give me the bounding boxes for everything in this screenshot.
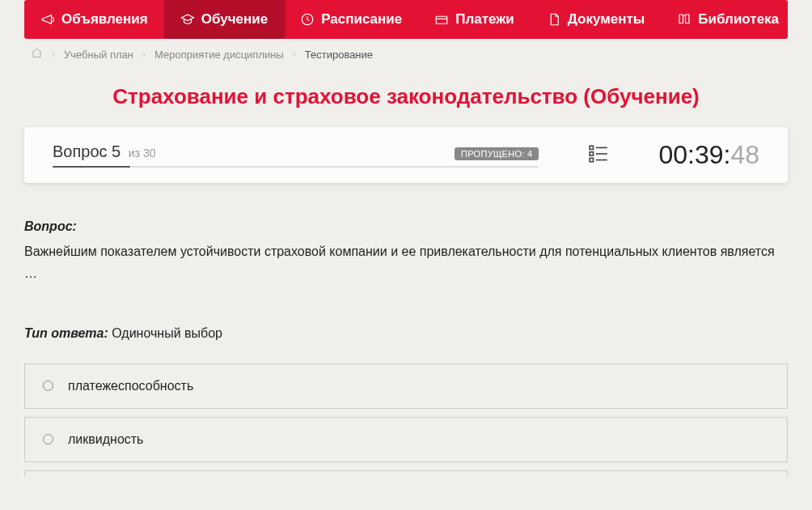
nav-label: Библиотека xyxy=(698,11,779,28)
breadcrumb-item-event[interactable]: Мероприятие дисциплины xyxy=(154,49,284,61)
options-list: платежеспособность ликвидность xyxy=(24,363,788,477)
question-label: Вопрос: xyxy=(24,219,77,233)
svg-rect-2 xyxy=(590,146,594,149)
radio-icon xyxy=(43,380,53,391)
question-progress: Вопрос 5 из 30 ПРОПУЩЕНО: 4 xyxy=(53,142,539,168)
progress-fill xyxy=(53,166,130,168)
chevron-right-icon xyxy=(290,49,298,61)
answer-type-row: Тип ответа: Одиночный выбор xyxy=(24,322,788,344)
payment-icon xyxy=(434,12,449,27)
svg-rect-1 xyxy=(436,16,447,23)
document-icon xyxy=(547,12,561,27)
radio-icon xyxy=(43,434,53,444)
option-text: платежеспособность xyxy=(68,379,193,393)
question-content: Вопрос: Важнейшим показателем устойчивос… xyxy=(24,215,788,477)
answer-type-label: Тип ответа: xyxy=(24,326,108,340)
nav-announcements[interactable]: Объявления xyxy=(24,0,164,39)
question-text: Важнейшим показателем устойчивости страх… xyxy=(24,240,788,284)
question-list-icon[interactable] xyxy=(587,143,610,168)
option-text: ликвидность xyxy=(68,432,143,447)
nav-label: Объявления xyxy=(61,11,148,28)
svg-rect-4 xyxy=(590,158,594,161)
education-icon xyxy=(180,12,195,27)
chevron-down-icon xyxy=(785,11,788,28)
timer: 00:39:48 xyxy=(658,140,759,170)
nav-documents[interactable]: Документы xyxy=(531,0,662,39)
timer-seconds: 48 xyxy=(730,140,759,169)
megaphone-icon xyxy=(40,12,55,27)
answer-type-value: Одиночный выбор xyxy=(112,326,222,340)
skipped-badge: ПРОПУЩЕНО: 4 xyxy=(455,147,539,160)
svg-rect-3 xyxy=(590,151,594,155)
nav-payments[interactable]: Платежи xyxy=(418,0,531,39)
navbar: Объявления Обучение Расписание Платежи Д… xyxy=(24,0,788,39)
breadcrumb-item-current: Тестирование xyxy=(305,49,373,61)
nav-label: Платежи xyxy=(455,11,514,28)
breadcrumb-item-plan[interactable]: Учебный план xyxy=(64,49,133,61)
progress-track xyxy=(53,166,539,168)
nav-library[interactable]: Библиотека xyxy=(661,0,788,39)
home-icon[interactable] xyxy=(31,47,43,62)
clock-icon xyxy=(300,12,315,27)
page-title: Страхование и страховое законодательство… xyxy=(24,84,788,109)
question-number: Вопрос 5 из 30 xyxy=(53,142,156,161)
nav-education[interactable]: Обучение xyxy=(164,0,284,39)
option-item[interactable]: платежеспособность xyxy=(24,363,788,409)
nav-label: Обучение xyxy=(201,11,268,28)
nav-schedule[interactable]: Расписание xyxy=(284,0,418,39)
library-icon xyxy=(677,12,691,27)
breadcrumb: Учебный план Мероприятие дисциплины Тест… xyxy=(24,39,788,62)
option-item[interactable] xyxy=(24,470,788,477)
chevron-right-icon xyxy=(49,49,57,61)
question-label-row: Вопрос: xyxy=(24,215,788,237)
timer-main: 00:39: xyxy=(658,140,730,169)
nav-label: Расписание xyxy=(321,11,402,28)
nav-label: Документы xyxy=(568,11,645,28)
progress-panel: Вопрос 5 из 30 ПРОПУЩЕНО: 4 00:39:48 xyxy=(24,127,788,183)
option-item[interactable]: ликвидность xyxy=(24,417,788,462)
chevron-right-icon xyxy=(140,49,148,61)
